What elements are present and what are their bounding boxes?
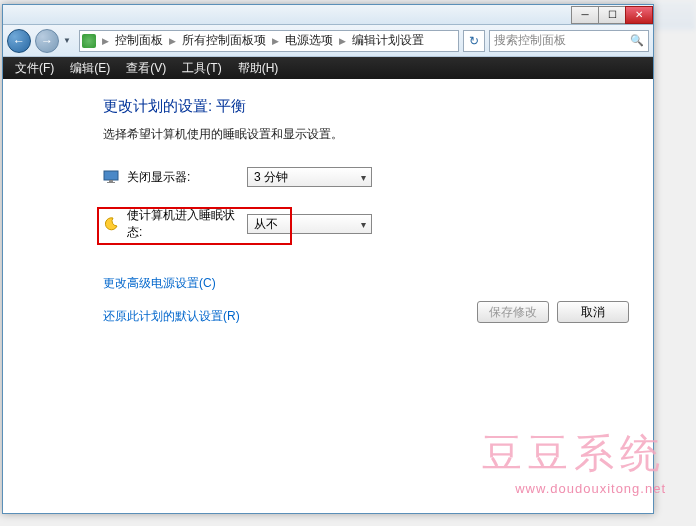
display-off-value: 3 分钟 [254,169,288,186]
sleep-label: 使计算机进入睡眠状态: [127,207,247,241]
history-dropdown[interactable]: ▼ [63,36,75,45]
sleep-dropdown[interactable]: 从不 [247,214,372,234]
moon-icon [103,216,119,232]
search-placeholder: 搜索控制面板 [494,32,566,49]
cancel-button[interactable]: 取消 [557,301,629,323]
search-input[interactable]: 搜索控制面板 🔍 [489,30,649,52]
sleep-value: 从不 [254,216,278,233]
breadcrumb-sep: ▶ [169,36,176,46]
titlebar: ─ ☐ ✕ [3,5,653,25]
svg-rect-0 [104,171,118,180]
minimize-button[interactable]: ─ [571,6,599,24]
menu-tools[interactable]: 工具(T) [176,58,227,79]
page-subtitle: 选择希望计算机使用的睡眠设置和显示设置。 [103,126,653,143]
advanced-settings-link[interactable]: 更改高级电源设置(C) [103,275,216,292]
breadcrumb-item[interactable]: 所有控制面板项 [178,32,270,49]
svg-rect-1 [109,180,113,182]
svg-rect-2 [107,182,115,183]
control-panel-icon [82,34,96,48]
maximize-button[interactable]: ☐ [598,6,626,24]
button-row: 保存修改 取消 [477,301,629,323]
window: ─ ☐ ✕ ← → ▼ ▶ 控制面板 ▶ 所有控制面板项 ▶ 电源选项 ▶ 编辑… [2,4,654,514]
display-off-label: 关闭显示器: [127,169,247,186]
breadcrumb-item[interactable]: 控制面板 [111,32,167,49]
search-icon: 🔍 [630,34,644,47]
page-title: 更改计划的设置: 平衡 [103,97,653,116]
breadcrumb-item[interactable]: 编辑计划设置 [348,32,428,49]
back-button[interactable]: ← [7,29,31,53]
menu-help[interactable]: 帮助(H) [232,58,285,79]
breadcrumb[interactable]: ▶ 控制面板 ▶ 所有控制面板项 ▶ 电源选项 ▶ 编辑计划设置 [79,30,459,52]
breadcrumb-sep: ▶ [272,36,279,46]
save-button[interactable]: 保存修改 [477,301,549,323]
refresh-button[interactable]: ↻ [463,30,485,52]
forward-button[interactable]: → [35,29,59,53]
display-off-dropdown[interactable]: 3 分钟 [247,167,372,187]
display-off-row: 关闭显示器: 3 分钟 [103,167,653,187]
window-controls: ─ ☐ ✕ [572,6,653,24]
monitor-icon [103,169,119,185]
menu-edit[interactable]: 编辑(E) [64,58,116,79]
menu-file[interactable]: 文件(F) [9,58,60,79]
sleep-row: 使计算机进入睡眠状态: 从不 [103,207,653,241]
navbar: ← → ▼ ▶ 控制面板 ▶ 所有控制面板项 ▶ 电源选项 ▶ 编辑计划设置 ↻… [3,25,653,57]
breadcrumb-item[interactable]: 电源选项 [281,32,337,49]
close-button[interactable]: ✕ [625,6,653,24]
breadcrumb-sep: ▶ [339,36,346,46]
content-area: 更改计划的设置: 平衡 选择希望计算机使用的睡眠设置和显示设置。 关闭显示器: … [3,79,653,513]
breadcrumb-sep: ▶ [102,36,109,46]
menu-view[interactable]: 查看(V) [120,58,172,79]
restore-defaults-link[interactable]: 还原此计划的默认设置(R) [103,308,240,325]
menubar: 文件(F) 编辑(E) 查看(V) 工具(T) 帮助(H) [3,57,653,79]
